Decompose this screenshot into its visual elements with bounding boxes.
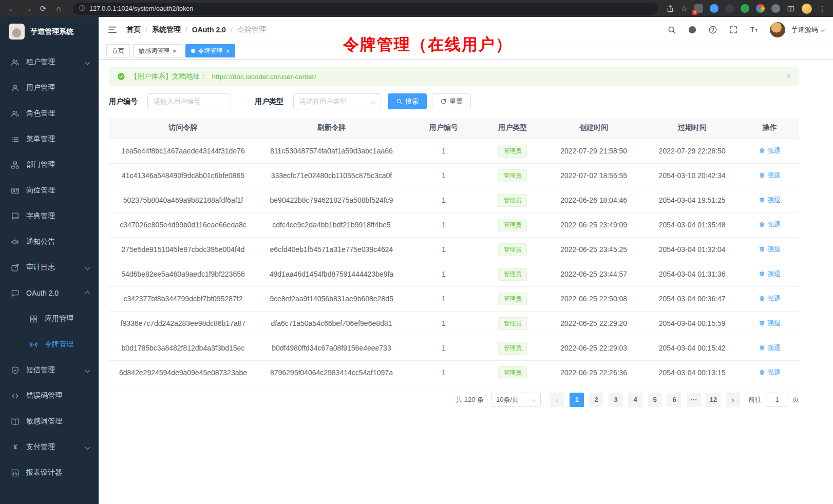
- force-logout-label: 强退: [767, 368, 781, 377]
- search-icon: [396, 98, 403, 105]
- extension-icon[interactable]: [756, 4, 765, 13]
- font-size-icon[interactable]: [749, 25, 759, 34]
- reset-button[interactable]: 重置: [432, 93, 471, 109]
- share-icon[interactable]: [666, 5, 674, 13]
- app-logo[interactable]: 芋道管理系统: [0, 17, 99, 46]
- sidebar-item-错误码管理[interactable]: 错误码管理: [0, 383, 99, 409]
- sidebar-item-部门管理[interactable]: 部门管理: [0, 152, 99, 178]
- doc-link[interactable]: https://doc.iocoder.cn/user-center/: [212, 73, 316, 81]
- browser-menu-icon[interactable]: ⋮: [819, 5, 826, 13]
- sidebar-item-用户管理[interactable]: 用户管理: [0, 75, 99, 101]
- browser-forward-icon[interactable]: →: [22, 4, 34, 13]
- sidebar-item-应用管理[interactable]: 应用管理: [0, 306, 99, 332]
- create-time-cell: 2022-07-29 21:58:50: [544, 139, 644, 163]
- search-button[interactable]: 搜索: [388, 93, 427, 109]
- user-avatar[interactable]: [770, 22, 785, 37]
- expire-time-cell: 2054-03-04 01:35:48: [644, 212, 741, 237]
- browser-address-bar[interactable]: ⓘ 127.0.0.1:1024/system/oauth2/token: [73, 3, 658, 15]
- fullscreen-icon[interactable]: [729, 25, 738, 34]
- sidebar-item-敏感词管理[interactable]: 敏感词管理: [0, 409, 99, 434]
- breadcrumb-item[interactable]: 系统管理: [152, 25, 181, 34]
- site-info-icon[interactable]: ⓘ: [79, 4, 85, 13]
- tab-close-icon[interactable]: ×: [173, 48, 177, 54]
- sidebar-item-字典管理[interactable]: 字典管理: [0, 203, 99, 229]
- sidebar-item-通知公告[interactable]: 通知公告: [0, 229, 99, 255]
- page-ellipsis[interactable]: ···: [687, 393, 701, 407]
- page-button-1[interactable]: 1: [570, 393, 584, 407]
- bookmark-star-icon[interactable]: ☆: [681, 4, 688, 13]
- sidebar-item-令牌管理[interactable]: 令牌管理: [0, 332, 99, 357]
- browser-home-icon[interactable]: ⌂: [52, 4, 65, 13]
- app-title: 芋道管理系统: [30, 27, 73, 36]
- sidebar-item-label: 审计日志: [26, 263, 55, 272]
- access-token-cell: c347026e805e4d99b0d116eae66eda8c: [109, 212, 257, 237]
- sidebar-item-租户管理[interactable]: 租户管理: [0, 49, 99, 75]
- page-button-4[interactable]: 4: [628, 393, 642, 407]
- force-logout-button[interactable]: 强退: [759, 368, 781, 377]
- user-type-cell: 管理员: [482, 262, 544, 286]
- extension-icon[interactable]: [741, 4, 749, 13]
- tab-令牌管理[interactable]: 令牌管理×: [185, 44, 236, 57]
- user-type-select[interactable]: 请选择用户类型: [293, 93, 381, 109]
- refresh-token-cell: b0df4980ffd34c67a08f9156e4eee733: [257, 336, 406, 360]
- table-body: 1ea5e44f8bc1467aaede43144f31de76 811c530…: [109, 139, 799, 385]
- page-button-2[interactable]: 2: [589, 393, 603, 407]
- user-id-input[interactable]: [147, 93, 231, 109]
- page-list: 123456···12: [570, 393, 721, 407]
- book-icon: [11, 212, 20, 221]
- action-cell: 强退: [741, 212, 799, 237]
- extension-icon[interactable]: [725, 4, 734, 13]
- sidebar-item-角色管理[interactable]: 角色管理: [0, 101, 99, 126]
- alert-close-icon[interactable]: ×: [786, 72, 791, 81]
- force-logout-button[interactable]: 强退: [759, 269, 781, 279]
- sidebar-item-菜单管理[interactable]: 菜单管理: [0, 126, 99, 152]
- github-icon[interactable]: [688, 25, 697, 34]
- extension-icon[interactable]: [694, 4, 703, 13]
- tab-label: 首页: [112, 47, 124, 55]
- search-icon[interactable]: [667, 25, 676, 34]
- prev-page-button[interactable]: ‹: [550, 393, 564, 407]
- force-logout-button[interactable]: 强退: [759, 294, 781, 303]
- force-logout-button[interactable]: 强退: [759, 220, 781, 229]
- goto-page-input[interactable]: [766, 393, 788, 407]
- page-button-6[interactable]: 6: [667, 393, 681, 407]
- browser-back-icon[interactable]: ←: [6, 4, 18, 13]
- page-size-select[interactable]: 10条/页: [491, 393, 541, 407]
- breadcrumb-item[interactable]: OAuth 2.0: [192, 26, 226, 34]
- force-logout-button[interactable]: 强退: [759, 196, 781, 205]
- force-logout-button[interactable]: 强退: [759, 319, 781, 328]
- force-logout-button[interactable]: 强退: [759, 171, 781, 180]
- sidebar-item-审计日志[interactable]: 审计日志: [0, 255, 99, 280]
- page-button-12[interactable]: 12: [706, 393, 721, 407]
- tab-close-icon[interactable]: ×: [226, 48, 230, 54]
- access-token-cell: 275e5de9151045fe87cbdc395e004f4d: [109, 237, 257, 262]
- sidebar-collapse-icon[interactable]: [107, 25, 118, 35]
- chevron-down-icon: [371, 99, 376, 104]
- tab-敏感词管理[interactable]: 敏感词管理×: [133, 44, 182, 57]
- extension-icon[interactable]: [771, 4, 780, 13]
- tab-首页[interactable]: 首页: [106, 44, 130, 57]
- sidebar-item-报表设计器[interactable]: 报表设计器: [0, 460, 99, 486]
- force-logout-button[interactable]: 强退: [759, 343, 781, 353]
- extension-icon[interactable]: [710, 4, 718, 13]
- user-type-badge: 管理员: [498, 243, 527, 256]
- sidebar-item-label: 菜单管理: [26, 134, 55, 144]
- breadcrumb-item[interactable]: 首页: [126, 25, 141, 34]
- help-icon[interactable]: [708, 25, 717, 34]
- pagination: 共 120 条 10条/页 ‹ 123456···12 › 前往 页: [109, 393, 799, 407]
- sidebar-item-短信管理[interactable]: 短信管理: [0, 357, 99, 383]
- tab-active-dot: [191, 49, 195, 53]
- browser-profile-avatar[interactable]: [802, 4, 812, 14]
- sidebar-item-支付管理[interactable]: 支付管理: [0, 434, 99, 460]
- sidebar-item-OAuth 2.0[interactable]: OAuth 2.0: [0, 280, 99, 306]
- page-button-5[interactable]: 5: [648, 393, 662, 407]
- split-view-icon[interactable]: [787, 5, 795, 13]
- browser-reload-icon[interactable]: ⟳: [37, 4, 49, 13]
- force-logout-button[interactable]: 强退: [759, 146, 781, 156]
- force-logout-button[interactable]: 强退: [759, 245, 781, 254]
- sidebar-item-岗位管理[interactable]: 岗位管理: [0, 178, 99, 203]
- user-menu[interactable]: 芋道源码: [791, 25, 824, 34]
- page-button-3[interactable]: 3: [609, 393, 623, 407]
- expire-time-cell: 2054-03-04 01:31:36: [644, 262, 741, 286]
- next-page-button[interactable]: ›: [726, 393, 740, 407]
